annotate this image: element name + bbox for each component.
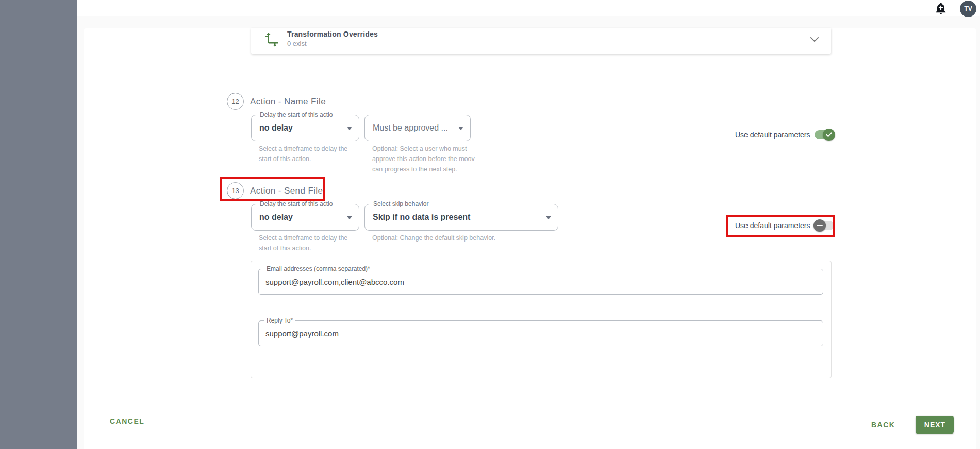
delay-select-step12[interactable]: Delay the start of this actio no delay: [251, 115, 359, 141]
step-13-number: 13: [227, 182, 244, 199]
reply-to-input[interactable]: [265, 321, 816, 346]
toggle-thumb-check-icon: [823, 129, 835, 141]
overrides-card-title: Transformation Overrides: [287, 30, 378, 38]
top-bar: [77, 0, 980, 16]
skip-behavior-select[interactable]: Select skip behavior Skip if no data is …: [364, 204, 558, 231]
avatar[interactable]: TV: [960, 1, 976, 17]
use-default-parameters-step12: Use default parameters: [735, 130, 834, 139]
delay-select-value: no delay: [259, 123, 293, 133]
back-button[interactable]: BACK: [871, 421, 895, 429]
next-button[interactable]: NEXT: [916, 416, 954, 434]
delay-select-value: no delay: [259, 213, 293, 222]
toggle-thumb-minus-icon: [813, 219, 826, 232]
use-default-parameters-step13: Use default parameters: [735, 221, 834, 230]
approver-select-value: Must be approved ...: [373, 123, 448, 133]
overrides-card-count: 0 exist: [287, 40, 307, 47]
email-addresses-field[interactable]: Email addresses (comma separated)*: [258, 269, 823, 295]
step-12-title: Action - Name File: [250, 97, 326, 107]
delay-select-label: Delay the start of this actio: [258, 111, 335, 118]
approver-helper-text: Optional: Select a user who must approve…: [372, 143, 481, 174]
dropdown-arrow-icon: [546, 216, 551, 219]
chevron-down-icon[interactable]: [810, 35, 819, 40]
delay-helper-text: Select a timeframe to delay the start of…: [259, 143, 362, 164]
transform-icon: [264, 32, 279, 47]
step-13-title: Action - Send File: [250, 186, 323, 196]
delay-select-step13[interactable]: Delay the start of this actio no delay: [251, 204, 359, 231]
approver-select-step12[interactable]: Must be approved ...: [364, 115, 471, 141]
step-12-number: 12: [227, 93, 244, 110]
dropdown-arrow-icon: [347, 127, 352, 130]
skip-behavior-value: Skip if no data is present: [373, 213, 470, 222]
notification-add-icon[interactable]: [934, 2, 948, 15]
use-default-label: Use default parameters: [735, 131, 810, 139]
skip-behavior-label: Select skip behavior: [371, 200, 430, 207]
sidebar: [0, 0, 77, 449]
use-default-toggle-off[interactable]: [815, 221, 834, 230]
dropdown-arrow-icon: [458, 127, 463, 130]
email-addresses-input[interactable]: [265, 269, 816, 294]
reply-to-field[interactable]: Reply To*: [258, 320, 823, 346]
cancel-button[interactable]: CANCEL: [110, 417, 144, 425]
skip-helper-text: Optional: Change the default skip behavi…: [372, 233, 589, 243]
use-default-label: Use default parameters: [735, 221, 810, 230]
delay-helper-text: Select a timeframe to delay the start of…: [259, 233, 362, 253]
footer-actions: BACK NEXT: [871, 416, 954, 434]
step-number-text: 13: [231, 187, 239, 195]
step-number-text: 12: [231, 98, 239, 105]
use-default-toggle-on[interactable]: [815, 130, 834, 139]
dropdown-arrow-icon: [347, 216, 352, 219]
delay-select-label: Delay the start of this actio: [258, 200, 335, 207]
